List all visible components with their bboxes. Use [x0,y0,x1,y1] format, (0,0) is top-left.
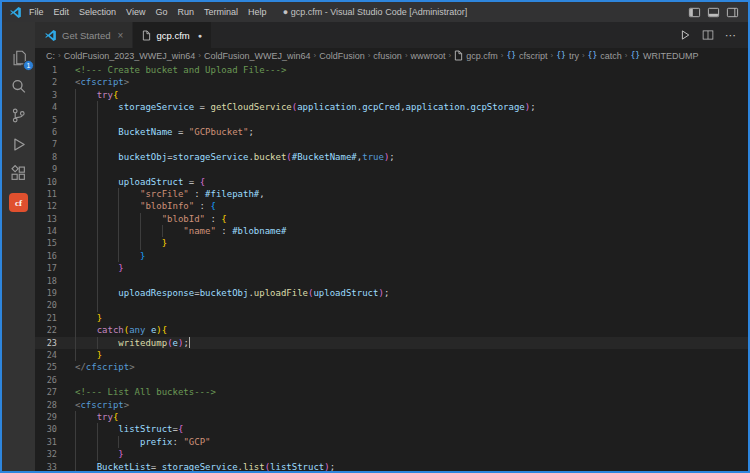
breadcrumb-item[interactable]: cfusion [373,51,402,61]
line-number[interactable]: 24 [35,349,57,361]
code-line[interactable]: 20 [35,299,748,311]
code-line[interactable]: 25</cfscript> [35,361,748,373]
code-line[interactable]: 33BucketList= storageService.list(listSt… [35,461,748,472]
line-number[interactable]: 15 [35,237,57,249]
menu-selection[interactable]: Selection [74,4,121,20]
code-line[interactable]: 30listStruct={ [35,423,748,435]
code-line[interactable]: 29try{ [35,411,748,423]
line-number[interactable]: 25 [35,361,57,373]
activity-explorer-icon[interactable]: 1 [4,48,33,67]
vscode-logo-icon[interactable] [7,5,24,19]
code-line[interactable]: 5 [35,114,748,126]
toggle-secondary-sidebar-icon[interactable] [726,6,739,19]
run-icon[interactable] [679,29,691,41]
line-number[interactable]: 22 [35,324,57,336]
line-number[interactable]: 23 [35,337,57,349]
code-line[interactable]: 11"srcFile" : #filepath#, [35,188,748,200]
activity-search-icon[interactable] [4,77,33,96]
code-line[interactable]: 28<cfscript> [35,399,748,411]
line-number[interactable]: 29 [35,411,57,423]
line-number[interactable]: 5 [35,114,57,126]
line-number[interactable]: 31 [35,436,57,448]
code-line[interactable]: 26 [35,374,748,386]
line-number[interactable]: 33 [35,461,57,472]
code-line[interactable]: 9 [35,163,748,175]
code-line[interactable]: 6BucketName = "GCPbucket"; [35,126,748,138]
code-line[interactable]: 24} [35,349,748,361]
breadcrumb-item[interactable]: {}try [556,51,579,61]
line-number[interactable]: 17 [35,262,57,274]
code-line[interactable]: 3try{ [35,89,748,101]
toggle-panel-icon[interactable] [707,6,720,19]
line-number[interactable]: 7 [35,138,57,150]
line-number[interactable]: 9 [35,163,57,175]
menu-go[interactable]: Go [150,4,172,20]
code-line[interactable]: 14"name" : #blobname# [35,225,748,237]
line-number[interactable]: 14 [35,225,57,237]
line-number[interactable]: 6 [35,126,57,138]
activity-coldfusion-icon[interactable]: cf [4,193,33,212]
editor[interactable]: 1<!--- Create bucket and Upload File--->… [35,63,748,471]
line-number[interactable]: 20 [35,299,57,311]
breadcrumb-item[interactable]: wwwroot [411,51,446,61]
line-number[interactable]: 28 [35,399,57,411]
line-number[interactable]: 21 [35,312,57,324]
line-number[interactable]: 32 [35,448,57,460]
code-line[interactable]: 32} [35,448,748,460]
close-icon[interactable]: × [118,30,124,41]
code-line[interactable]: 8bucketObj=storageService.bucket(#Bucket… [35,151,748,163]
breadcrumb-item[interactable]: {}cfscript [506,51,547,61]
line-number[interactable]: 1 [35,64,57,76]
code-line[interactable]: 15} [35,237,748,249]
code-line[interactable]: 1<!--- Create bucket and Upload File---> [35,64,748,76]
line-number[interactable]: 16 [35,250,57,262]
breadcrumb-item[interactable]: ColdFusion_WWEJ_win64 [204,51,311,61]
line-number[interactable]: 30 [35,423,57,435]
split-editor-icon[interactable] [702,29,714,41]
code-line[interactable]: 4storageService = getCloudService(applic… [35,101,748,113]
menu-run[interactable]: Run [172,4,199,20]
code-line[interactable]: 10uploadStruct = { [35,176,748,188]
code-line[interactable]: 27<!--- List All buckets---> [35,386,748,398]
activity-run-debug-icon[interactable] [4,135,33,154]
code-line[interactable]: 17} [35,262,748,274]
line-number[interactable]: 2 [35,76,57,88]
line-number[interactable]: 10 [35,176,57,188]
tab-gcp-cfm[interactable]: gcp.cfm● [133,22,212,48]
line-number[interactable]: 27 [35,386,57,398]
line-number[interactable]: 26 [35,374,57,386]
code-line[interactable]: 18 [35,275,748,287]
menu-edit[interactable]: Edit [49,4,75,20]
line-number[interactable]: 13 [35,213,57,225]
code-line[interactable]: 22catch(any e){ [35,324,748,336]
breadcrumb-item[interactable]: gcp.cfm [454,50,498,61]
menu-view[interactable]: View [121,4,150,20]
code-line[interactable]: 23writedump(e); [35,337,748,349]
line-number[interactable]: 4 [35,101,57,113]
more-actions-icon[interactable]: ⋯ [725,29,736,42]
line-number[interactable]: 8 [35,151,57,163]
code-line[interactable]: 21} [35,312,748,324]
line-number[interactable]: 12 [35,200,57,212]
menu-terminal[interactable]: Terminal [199,4,243,20]
line-number[interactable]: 3 [35,89,57,101]
menu-help[interactable]: Help [243,4,272,20]
line-number[interactable]: 18 [35,275,57,287]
activity-extensions-icon[interactable] [4,164,33,183]
breadcrumb-item[interactable]: ColdFusion_2023_WWEJ_win64 [64,51,196,61]
line-number[interactable]: 11 [35,188,57,200]
breadcrumb-item[interactable]: C: [46,51,55,61]
breadcrumb-item[interactable]: ColdFusion [319,51,365,61]
menu-file[interactable]: File [24,4,49,20]
code-line[interactable]: 16} [35,250,748,262]
activity-source-control-icon[interactable] [4,106,33,125]
code-line[interactable]: 7 [35,138,748,150]
code-line[interactable]: 19uploadResponse=bucketObj.uploadFile(up… [35,287,748,299]
code-line[interactable]: 31prefix: "GCP" [35,436,748,448]
code-line[interactable]: 13"blobId" : { [35,213,748,225]
code-line[interactable]: 2<cfscript> [35,76,748,88]
breadcrumb-item[interactable]: {}WRITEDUMP [630,51,698,61]
line-number[interactable]: 19 [35,287,57,299]
code-line[interactable]: 12"blobInfo" : { [35,200,748,212]
toggle-sidebar-icon[interactable] [688,6,701,19]
